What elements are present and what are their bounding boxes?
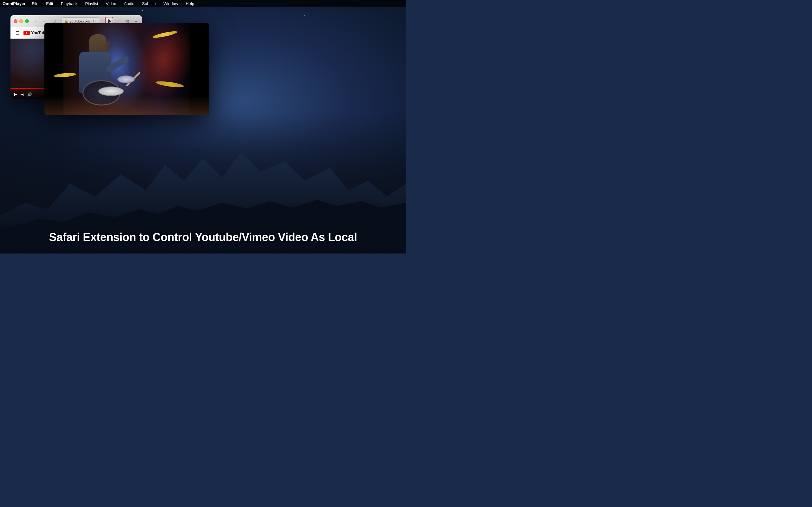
ssl-lock-icon: 🔒 (64, 19, 68, 23)
menu-edit[interactable]: Edit (45, 1, 54, 7)
caption-highlight: Youtube/Vimeo (195, 231, 275, 244)
menu-help[interactable]: Help (184, 1, 195, 7)
menu-playlist[interactable]: Playlist (84, 1, 99, 7)
drum-tom-high (117, 75, 135, 83)
omniplayer-video-window[interactable] (44, 23, 209, 115)
volume-button[interactable]: 🔊 (27, 92, 32, 97)
audience-glow (44, 96, 209, 115)
close-button[interactable] (14, 19, 17, 23)
drummer-head (89, 34, 106, 53)
menu-audio[interactable]: Audio (123, 1, 136, 7)
traffic-lights (14, 19, 29, 23)
maximize-button[interactable] (25, 19, 29, 23)
caption-text: Safari Extension to Control Youtube/Vime… (13, 230, 393, 244)
url-display: youtube.com (70, 19, 90, 23)
main-video-scene (44, 23, 209, 115)
youtube-play-icon: ▶ (26, 32, 28, 34)
app-name: OmniPlayer (3, 1, 26, 6)
youtube-menu-icon[interactable]: ☰ (15, 31, 20, 36)
caption-part2: Video As Local (275, 231, 357, 244)
youtube-logo-icon: ▶ (23, 31, 30, 35)
bottom-caption: Safari Extension to Control Youtube/Vime… (0, 230, 406, 244)
next-button[interactable]: ⏭ (20, 92, 24, 97)
video-progress-fill (10, 88, 44, 89)
menu-video[interactable]: Video (105, 1, 118, 7)
minimize-button[interactable] (19, 19, 23, 23)
youtube-logo[interactable]: ▶ YouTube (23, 31, 48, 35)
back-button[interactable]: ‹ (33, 18, 39, 24)
menu-playback[interactable]: Playback (60, 1, 79, 7)
drum-snare (98, 87, 124, 96)
play-button[interactable]: ▶ (14, 92, 17, 97)
menu-bar: OmniPlayer File Edit Playback Playlist V… (0, 0, 406, 7)
menu-file[interactable]: File (31, 1, 40, 7)
omniplayer-play-icon (108, 19, 111, 23)
menu-items: File Edit Playback Playlist Video Audio … (31, 1, 195, 7)
menu-window[interactable]: Window (162, 1, 179, 7)
caption-part1: Safari Extension to Control (49, 231, 195, 244)
menu-subtitle[interactable]: Subtitle (141, 1, 157, 7)
